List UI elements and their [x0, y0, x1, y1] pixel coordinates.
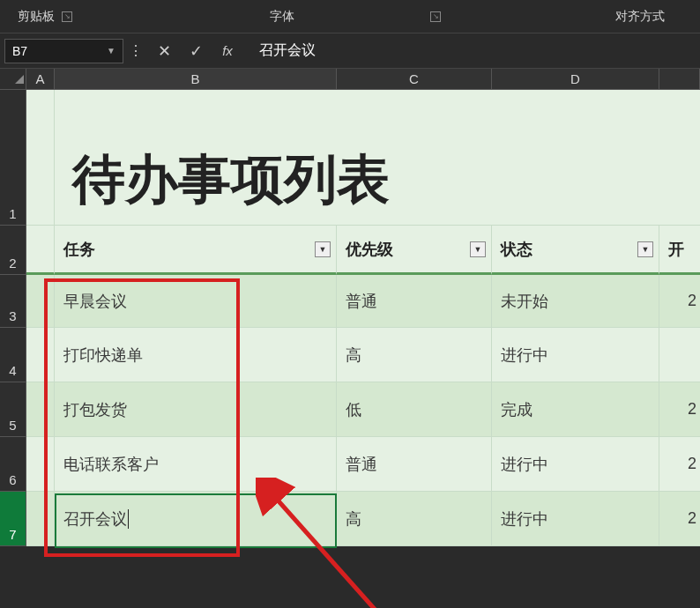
cell-status-2[interactable]: 进行中	[492, 328, 659, 382]
cell-task-2[interactable]: 打印快递单	[55, 328, 337, 382]
select-all-corner[interactable]	[0, 69, 26, 89]
cell-A4[interactable]	[26, 328, 55, 382]
formula-bar[interactable]: 召开会议	[243, 41, 700, 60]
cell-date-1[interactable]: 2	[659, 275, 700, 328]
filter-task-icon[interactable]: ▼	[315, 241, 331, 257]
cell-A7[interactable]	[26, 492, 55, 546]
cell-task-3[interactable]: 打包发货	[55, 382, 337, 437]
grid-body: 1 2 3 4 5 6 7 待办事项列表 任务 ▼ 优先级 ▼ 状态 ▼	[0, 90, 700, 546]
cell-date-3[interactable]: 2	[659, 382, 700, 437]
cell-date-4[interactable]: 2	[659, 437, 700, 492]
col-header-D[interactable]: D	[492, 69, 659, 89]
cell-task-4[interactable]: 电话联系客户	[55, 437, 337, 492]
cell-A6[interactable]	[26, 437, 55, 492]
ribbon-group-font: 字体 ↘	[115, 9, 450, 25]
cell-A1[interactable]	[26, 90, 55, 226]
cell-task-1[interactable]: 早晨会议	[55, 275, 337, 328]
svg-marker-0	[15, 75, 24, 84]
name-box-dropdown-icon[interactable]: ▼	[107, 46, 115, 56]
cell-task-5-text: 召开会议	[63, 508, 127, 530]
cell-status-3[interactable]: 完成	[492, 382, 659, 437]
cell-A2[interactable]	[26, 226, 55, 275]
cell-status-4[interactable]: 进行中	[492, 437, 659, 492]
row-header-1[interactable]: 1	[0, 90, 26, 226]
cell-A3[interactable]	[26, 275, 55, 328]
fx-icon[interactable]: fx	[212, 43, 243, 58]
cell-date-5[interactable]: 2	[659, 492, 700, 546]
row-header-2[interactable]: 2	[0, 226, 26, 275]
ribbon-groups: 剪贴板 ↘ 字体 ↘ 对齐方式	[0, 0, 700, 33]
row-header-7[interactable]: 7	[0, 492, 26, 546]
col-header-B[interactable]: B	[55, 69, 337, 89]
ribbon-group-clipboard: 剪贴板 ↘	[0, 9, 115, 25]
cell-task-5[interactable]: 召开会议	[55, 492, 337, 546]
cell-priority-3[interactable]: 低	[337, 382, 492, 437]
formula-bar-row: B7 ▼ ⋮ ✕ ✓ fx 召开会议	[0, 33, 700, 69]
column-headers: A B C D	[0, 69, 700, 90]
header-priority[interactable]: 优先级 ▼	[337, 226, 492, 275]
filter-status-icon[interactable]: ▼	[637, 241, 653, 257]
name-box-value: B7	[12, 44, 27, 58]
cell-priority-2[interactable]: 高	[337, 328, 492, 382]
formula-bar-value: 召开会议	[259, 42, 316, 57]
row-header-4[interactable]: 4	[0, 328, 26, 382]
font-dialog-launcher-icon[interactable]: ↘	[430, 11, 441, 22]
header-status[interactable]: 状态 ▼	[492, 226, 659, 275]
cancel-button[interactable]: ✕	[148, 41, 180, 61]
row-header-6[interactable]: 6	[0, 437, 26, 492]
row-headers: 1 2 3 4 5 6 7	[0, 90, 26, 546]
confirm-button[interactable]: ✓	[180, 41, 212, 61]
cell-A5[interactable]	[26, 382, 55, 437]
ribbon-group-alignment: 对齐方式	[450, 9, 700, 25]
header-start[interactable]: 开	[659, 226, 700, 275]
row-header-3[interactable]: 3	[0, 275, 26, 328]
header-priority-label: 优先级	[346, 239, 393, 260]
cell-priority-4[interactable]: 普通	[337, 437, 492, 492]
text-cursor	[128, 509, 129, 529]
alignment-label: 对齐方式	[615, 9, 665, 25]
cells-area[interactable]: 待办事项列表 任务 ▼ 优先级 ▼ 状态 ▼ 开 早晨会议 普通	[26, 90, 700, 546]
header-status-label: 状态	[501, 239, 532, 260]
col-header-C[interactable]: C	[337, 69, 492, 89]
col-header-A[interactable]: A	[26, 69, 55, 89]
cell-priority-1[interactable]: 普通	[337, 275, 492, 328]
cell-status-1[interactable]: 未开始	[492, 275, 659, 328]
font-label: 字体	[270, 9, 294, 25]
filter-priority-icon[interactable]: ▼	[470, 241, 486, 257]
clipboard-dialog-launcher-icon[interactable]: ↘	[62, 11, 72, 22]
col-header-E[interactable]	[659, 69, 700, 89]
header-task[interactable]: 任务 ▼	[55, 226, 337, 275]
namebox-separator: ⋮	[123, 42, 148, 59]
title-cell[interactable]: 待办事项列表	[55, 90, 700, 226]
cell-priority-5[interactable]: 高	[337, 492, 492, 546]
row-header-5[interactable]: 5	[0, 382, 26, 437]
name-box[interactable]: B7 ▼	[4, 39, 123, 63]
cell-status-5[interactable]: 进行中	[492, 492, 659, 546]
clipboard-label: 剪贴板	[18, 9, 55, 25]
header-task-label: 任务	[63, 239, 95, 260]
cell-date-2[interactable]	[659, 328, 700, 382]
header-start-label: 开	[668, 239, 684, 260]
